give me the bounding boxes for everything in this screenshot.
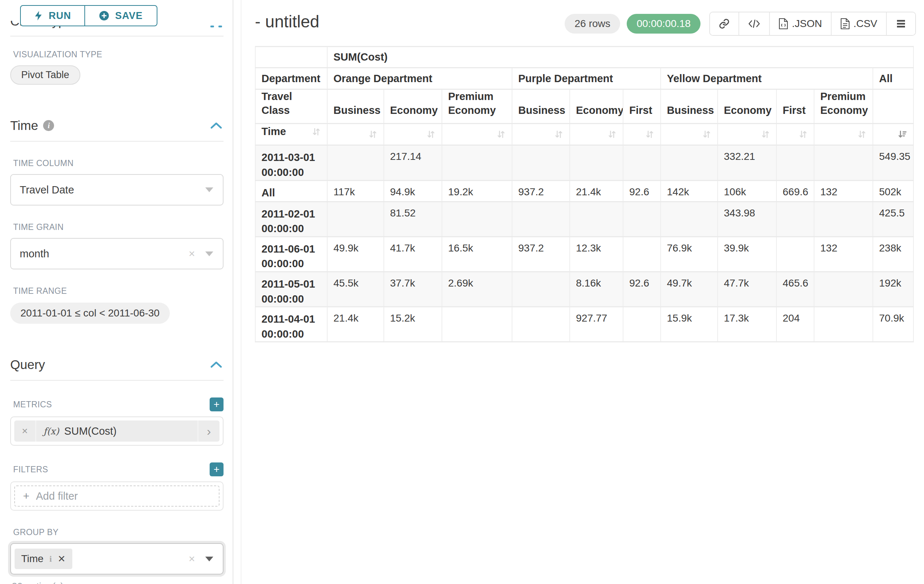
value-cell: 70.9k <box>873 307 913 342</box>
time-section: Time i TIME COLUMN Travel Date TIME GRAI… <box>10 118 223 324</box>
col-dim-label-cell: Travel Class <box>255 89 327 124</box>
leaf-header-cell: First <box>776 89 814 124</box>
sort-neutral-icon[interactable] <box>554 130 564 139</box>
leaf-header-cell: Economy <box>718 89 776 124</box>
metrics-control: METRICS + × ƒ(x) SUM(Cost) › <box>10 398 223 446</box>
value-cell: 425.5 <box>873 201 913 237</box>
remove-metric-icon[interactable]: × <box>14 421 36 442</box>
time-grain-select[interactable]: month × <box>10 238 223 269</box>
row-count-badge: 26 rows <box>564 14 620 34</box>
export-csv-button[interactable]: .CSV <box>831 12 886 35</box>
plus-circle-icon <box>99 11 109 21</box>
column-sort-header[interactable] <box>873 124 913 145</box>
sort-neutral-icon[interactable] <box>312 127 321 137</box>
column-sort-header[interactable] <box>814 124 873 145</box>
value-cell: 502k <box>873 180 913 201</box>
sort-neutral-icon[interactable] <box>799 130 808 139</box>
row-key-cell: 2011-02-01 00:00:00 <box>255 201 327 237</box>
add-filter-dropzone[interactable]: + Add filter <box>14 485 219 507</box>
chevron-up-icon[interactable] <box>210 361 222 368</box>
column-sort-header[interactable] <box>327 124 384 145</box>
pivot-data-row: 2011-02-01 00:00:0081.52343.98425.5 <box>255 201 913 237</box>
column-sort-header[interactable] <box>512 124 570 145</box>
value-cell <box>512 307 570 342</box>
column-sort-header[interactable] <box>718 124 776 145</box>
json-button-label: .JSON <box>792 18 822 30</box>
time-range-value[interactable]: 2011-01-01 ≤ col < 2011-06-30 <box>10 303 170 324</box>
group-header-cell: All <box>873 68 913 89</box>
sort-neutral-icon[interactable] <box>761 130 770 139</box>
panel-body: VISUALIZATION TYPE Pivot Table Time i TI… <box>0 36 233 584</box>
value-cell: 47.7k <box>718 271 776 307</box>
sort-neutral-icon[interactable] <box>368 130 378 139</box>
column-sort-header[interactable] <box>570 124 623 145</box>
save-button[interactable]: SAVE <box>84 5 157 26</box>
chart-area: - untitled 26 rows 00:00:00.18 .JSON <box>241 0 924 584</box>
filters-control: FILTERS + + Add filter <box>10 462 223 511</box>
pivot-data-row: 2011-04-01 00:00:0021.4k15.2k927.7715.9k… <box>255 307 913 342</box>
group-by-tag-time[interactable]: Time i ✕ <box>15 549 72 569</box>
column-sort-header[interactable] <box>442 124 512 145</box>
expand-metric-icon[interactable]: › <box>198 421 219 442</box>
sort-neutral-icon[interactable] <box>645 130 655 139</box>
add-filter-button[interactable]: + <box>210 462 223 476</box>
column-sort-header[interactable] <box>776 124 814 145</box>
sort-neutral-icon[interactable] <box>702 130 711 139</box>
query-section: Query METRICS + × ƒ(x) <box>10 357 223 584</box>
time-column-label: TIME COLUMN <box>13 158 223 168</box>
sort-neutral-icon[interactable] <box>607 130 617 139</box>
time-grain-label: TIME GRAIN <box>13 222 223 232</box>
leaf-header-cell: First <box>623 89 661 124</box>
value-cell: 238k <box>873 237 913 271</box>
pivot-data-row: All117k94.9k19.2k937.221.4k92.6142k106k6… <box>255 180 913 201</box>
time-column-select[interactable]: Travel Date <box>10 174 223 206</box>
column-sort-header[interactable] <box>384 124 442 145</box>
sort-neutral-icon[interactable] <box>496 130 506 139</box>
remove-tag-icon[interactable]: ✕ <box>58 553 66 565</box>
sort-neutral-icon[interactable] <box>857 130 867 139</box>
column-sort-header[interactable] <box>623 124 661 145</box>
metric-chip[interactable]: × ƒ(x) SUM(Cost) › <box>14 421 219 442</box>
value-cell: 927.77 <box>570 307 623 342</box>
value-cell: 37.7k <box>384 271 442 307</box>
value-cell: 41.7k <box>384 237 442 271</box>
sort-desc-icon[interactable] <box>898 130 907 139</box>
value-cell <box>623 237 661 271</box>
time-sort-header[interactable]: Time <box>255 124 327 145</box>
value-cell: 94.9k <box>384 180 442 201</box>
caret-down-icon[interactable] <box>205 252 213 256</box>
embed-code-button[interactable] <box>738 12 769 35</box>
value-cell: 49.7k <box>661 271 718 307</box>
value-cell <box>776 237 814 271</box>
menu-button[interactable] <box>886 12 915 35</box>
clear-icon[interactable]: × <box>188 248 195 259</box>
add-metric-button[interactable]: + <box>210 398 223 411</box>
caret-down-icon[interactable] <box>205 557 213 561</box>
csv-file-icon <box>840 18 850 30</box>
clear-icon[interactable]: × <box>188 553 195 564</box>
caret-down-icon[interactable] <box>205 188 213 192</box>
copy-link-button[interactable] <box>710 12 738 35</box>
leaf-header-cell <box>873 89 913 124</box>
row-key-cell: 2011-06-01 00:00:00 <box>255 237 327 271</box>
chart-title[interactable]: - untitled <box>255 12 319 31</box>
panel-divider <box>10 36 223 36</box>
value-cell: 92.6 <box>623 180 661 201</box>
export-json-button[interactable]: .JSON <box>769 12 830 35</box>
column-sort-header[interactable] <box>661 124 718 145</box>
group-by-select[interactable]: Time i ✕ × <box>10 543 223 574</box>
value-cell <box>442 145 512 180</box>
chevron-up-icon[interactable] <box>210 122 222 129</box>
leaf-header-cell: Economy <box>384 89 442 124</box>
panel-gutter[interactable] <box>233 0 241 584</box>
value-cell: 45.5k <box>327 271 384 307</box>
time-grain-control: TIME GRAIN month × <box>10 222 223 269</box>
sort-neutral-icon[interactable] <box>426 130 436 139</box>
visualization-type-value[interactable]: Pivot Table <box>10 65 80 85</box>
value-cell: 21.4k <box>327 307 384 342</box>
value-cell <box>570 145 623 180</box>
pivot-table-container: SUM(Cost)DepartmentOrange DepartmentPurp… <box>241 36 924 342</box>
run-button[interactable]: RUN <box>20 5 85 26</box>
value-cell <box>512 271 570 307</box>
leaf-header-cell: Economy <box>570 89 623 124</box>
